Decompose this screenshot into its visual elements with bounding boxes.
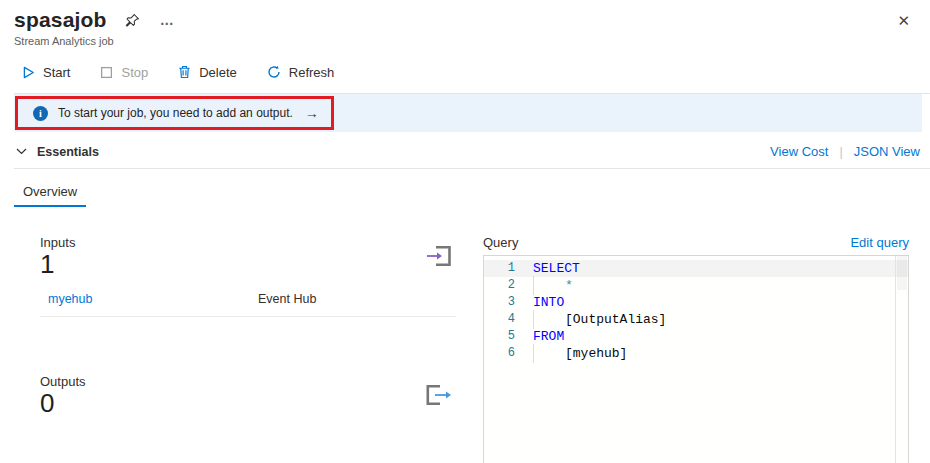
info-icon: i — [33, 106, 48, 121]
line-number: 2 — [484, 277, 525, 294]
more-options-icon[interactable]: … — [158, 13, 177, 27]
banner-message: To start your job, you need to add an ou… — [58, 106, 293, 120]
start-button[interactable]: Start — [22, 65, 70, 80]
code-line: 4 [OutputAlias] — [484, 311, 908, 328]
editor-scrollbar[interactable] — [895, 256, 908, 463]
code-text: SELECT — [525, 260, 580, 277]
overview-content: Inputs 1 myehub Event Hub Outputs 0 — [0, 235, 930, 463]
code-text: [OutputAlias] — [525, 311, 666, 328]
notification-banner[interactable]: i To start your job, you need to add an … — [14, 94, 922, 132]
outputs-label: Outputs — [40, 374, 86, 389]
annotation-highlight-box: i To start your job, you need to add an … — [15, 96, 334, 130]
inputs-label: Inputs — [40, 235, 75, 250]
trash-icon — [178, 65, 191, 79]
code-text: * — [525, 277, 573, 294]
essentials-row: Essentials View Cost | JSON View — [16, 144, 920, 159]
line-number: 4 — [484, 311, 525, 328]
outputs-section: Outputs 0 — [40, 374, 456, 419]
refresh-button[interactable]: Refresh — [267, 65, 335, 80]
query-label: Query — [483, 235, 518, 250]
line-number: 1 — [484, 260, 525, 277]
stop-button[interactable]: Stop — [100, 65, 148, 80]
refresh-icon — [267, 65, 281, 79]
pin-icon[interactable] — [123, 11, 142, 30]
inputs-icon — [426, 245, 452, 267]
stream-analytics-job-blade: spasajob … Stream Analytics job ✕ Start … — [0, 0, 930, 463]
line-number: 3 — [484, 294, 525, 311]
inputs-count: 1 — [40, 250, 75, 280]
input-name-link[interactable]: myehub — [48, 292, 258, 306]
code-text: [myehub] — [525, 345, 627, 362]
code-text: INTO — [525, 294, 564, 311]
code-text: FROM — [525, 328, 564, 345]
code-line: 2 * — [484, 277, 908, 294]
code-line: 6 [myehub] — [484, 345, 908, 362]
edit-query-link[interactable]: Edit query — [850, 235, 909, 250]
code-line: 1 SELECT — [484, 260, 908, 277]
close-icon[interactable]: ✕ — [893, 10, 914, 32]
query-code-editor: 1 SELECT 2 * 3 INTO 4 [OutputAlias] 5 — [483, 255, 909, 463]
command-bar: Start Stop Delete Refresh — [22, 60, 930, 84]
tab-overview[interactable]: Overview — [14, 175, 86, 207]
input-type: Event Hub — [258, 292, 456, 306]
io-column: Inputs 1 myehub Event Hub Outputs 0 — [0, 235, 456, 463]
chevron-down-icon — [16, 148, 27, 155]
blade-header: spasajob … Stream Analytics job — [0, 0, 930, 47]
page-title: spasajob — [14, 8, 107, 32]
play-icon — [22, 66, 35, 79]
code-line: 3 INTO — [484, 294, 908, 311]
code-line: 5 FROM — [484, 328, 908, 345]
link-separator: | — [839, 144, 842, 159]
inputs-section: Inputs 1 myehub Event Hub — [40, 235, 456, 317]
view-cost-link[interactable]: View Cost — [770, 144, 828, 159]
essentials-toggle[interactable]: Essentials — [16, 145, 99, 159]
delete-button[interactable]: Delete — [178, 65, 237, 80]
line-number: 5 — [484, 328, 525, 345]
stop-square-icon — [100, 66, 113, 79]
essentials-label: Essentials — [37, 145, 99, 159]
json-view-link[interactable]: JSON View — [854, 144, 920, 159]
right-arrow-icon[interactable]: → — [305, 105, 319, 121]
scrollbar-thumb[interactable] — [897, 256, 907, 290]
tab-bar: Overview — [14, 175, 930, 207]
line-number: 6 — [484, 345, 525, 362]
resource-type-subtitle: Stream Analytics job — [14, 35, 916, 47]
outputs-icon — [426, 384, 452, 406]
query-section: Query Edit query 1 SELECT 2 * 3 INTO 4 — [483, 235, 909, 463]
essentials-divider — [14, 168, 930, 169]
input-row: myehub Event Hub — [40, 292, 456, 317]
outputs-count: 0 — [40, 389, 86, 419]
